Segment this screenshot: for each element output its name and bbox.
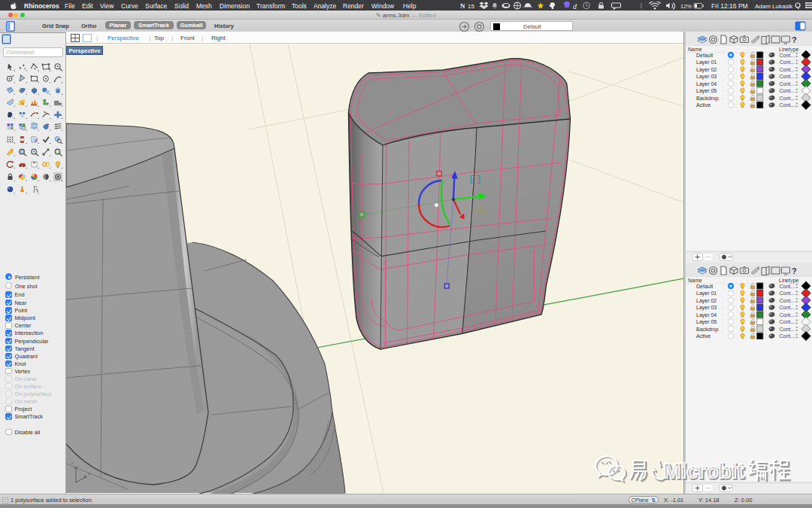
svg-text:Active: Active [696, 102, 710, 108]
svg-text:Cont...: Cont... [780, 291, 795, 296]
svg-text:Layer 02: Layer 02 [696, 298, 717, 304]
svg-text:Linetype: Linetype [779, 47, 799, 53]
svg-text:Cont...: Cont... [780, 312, 795, 318]
svg-text:Backdrop: Backdrop [696, 96, 719, 102]
svg-text:Adam Lukasik: Adam Lukasik [755, 3, 793, 10]
svg-text:Cont...: Cont... [780, 305, 795, 310]
svg-text:N: N [460, 2, 465, 10]
svg-text:15: 15 [468, 3, 474, 10]
svg-text:Layer 01: Layer 01 [696, 291, 717, 297]
svg-text:?: ? [792, 35, 797, 44]
svg-text:Fri 12:16 PM: Fri 12:16 PM [711, 2, 748, 10]
svg-text:Backdrop: Backdrop [696, 327, 719, 333]
svg-text:d: d [573, 2, 577, 10]
svg-text:Cont...: Cont... [780, 96, 795, 101]
svg-text:Layer 02: Layer 02 [696, 67, 717, 73]
svg-text:Cont...: Cont... [780, 102, 795, 108]
svg-text:Linetype: Linetype [779, 278, 799, 284]
svg-text:Cont...: Cont... [780, 298, 795, 303]
svg-text:Layer 05: Layer 05 [696, 88, 717, 94]
svg-text:Layer 01: Layer 01 [696, 59, 717, 65]
svg-text:Layer 04: Layer 04 [696, 81, 717, 87]
svg-text:Cont...: Cont... [780, 333, 795, 339]
svg-text:Name: Name [688, 278, 702, 283]
svg-text:?: ? [792, 266, 797, 275]
svg-text:Layer 03: Layer 03 [696, 74, 717, 80]
svg-text:Cont...: Cont... [780, 319, 795, 324]
svg-text:Layer 03: Layer 03 [696, 305, 717, 311]
svg-text:Active: Active [696, 333, 710, 339]
svg-text:Cont...: Cont... [780, 284, 795, 289]
svg-text:Cont...: Cont... [780, 88, 795, 93]
svg-text:Layer 05: Layer 05 [696, 319, 717, 325]
svg-text:Microbit: Microbit [663, 459, 744, 482]
svg-text:Cont...: Cont... [780, 327, 795, 332]
svg-text:Name: Name [688, 47, 702, 52]
svg-text:12%: 12% [680, 3, 692, 10]
svg-text:Default: Default [696, 284, 713, 289]
svg-text:Cont...: Cont... [780, 74, 795, 79]
svg-text:Cont...: Cont... [780, 59, 795, 65]
svg-text:Cont...: Cont... [780, 81, 795, 87]
svg-text:Default: Default [696, 53, 713, 58]
svg-text:Cont...: Cont... [780, 53, 795, 58]
svg-text:Cont...: Cont... [780, 67, 795, 72]
svg-text:Layer 04: Layer 04 [696, 312, 717, 318]
